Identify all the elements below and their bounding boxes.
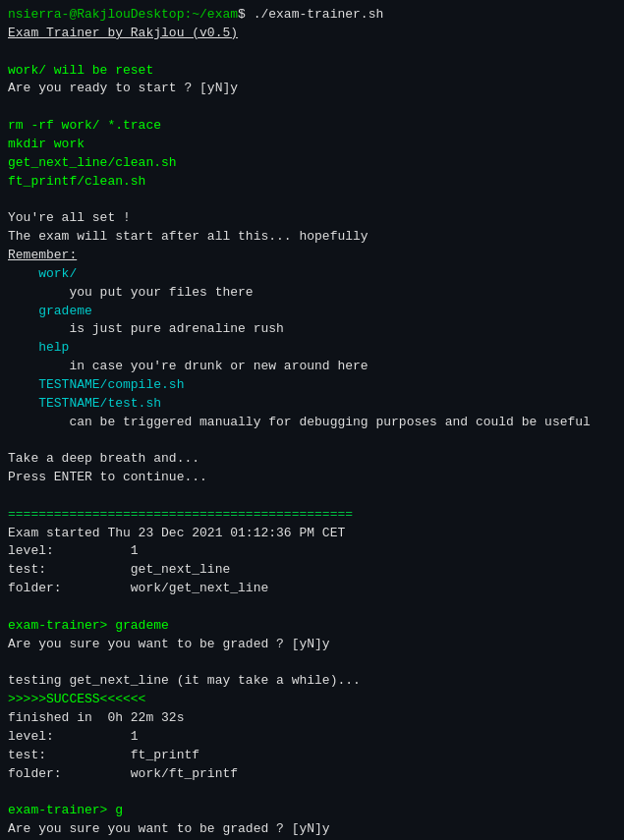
testing1-msg: testing get_next_line (it may take a whi… [8,673,361,688]
line-help-desc: in case you're drunk or new around here [8,358,616,376]
line-grademe-desc: is just pure adrenaline rush [8,320,616,339]
prompt-user-1: nsierra-@RakjlouDesktop:~/exam [8,7,238,22]
folder2-label: folder: work/ft_printf [8,766,238,781]
app-title: Exam Trainer by Rakjlou (v0.5) [8,26,238,40]
prompt-g: exam-trainer> g [8,803,123,817]
line-ready: Are you ready to start ? [yN]y [8,80,616,98]
allset-msg: You're all set ! [8,210,131,225]
grademe-desc: is just pure adrenaline rush [8,321,284,336]
graded1-msg: Are you sure you want to be graded ? [yN… [8,637,330,651]
line-prompt-grademe: exam-trainer> grademe [8,617,616,636]
line-blank-4 [8,431,616,450]
cmd-mkdir: mkdir work [8,137,85,151]
line-remember: Remember: [8,247,616,265]
work-desc: you put your files there [8,285,254,300]
line-1: nsierra-@RakjlouDesktop:~/exam$ ./exam-t… [8,6,616,25]
exam-start-msg: The exam will start after all this... ho… [8,229,369,244]
line-mkdir: mkdir work [8,136,616,154]
success1-msg: >>>>>SUCCESS<<<<<< [8,692,145,706]
line-blank-8 [8,783,616,802]
line-blank-6 [8,598,616,617]
line-graded2: Are you sure you want to be graded ? [yN… [8,820,616,839]
line-level1: level: 1 [8,542,616,561]
exam-started-msg: Exam started Thu 23 Dec 2021 01:12:36 PM… [8,526,345,540]
test1-label: test: get_next_line [8,562,230,577]
grademe-label: grademe [8,304,92,318]
line-finished1: finished in 0h 22m 32s [8,709,616,728]
level2-label: level: 1 [8,729,139,744]
line-folder1: folder: work/get_next_line [8,580,616,598]
line-grademe: grademe [8,303,616,321]
line-work-desc: you put your files there [8,284,616,303]
line-blank-2 [8,98,616,117]
line-help: help [8,339,616,358]
line-clean2: ft_printf/clean.sh [8,173,616,192]
line-testsh: TESTNAME/test.sh [8,395,616,414]
line-testsh-desc: can be triggered manually for debugging … [8,414,616,432]
cmd-clean1: get_next_line/clean.sh [8,155,177,170]
reset-msg: work/ will be reset [8,63,153,78]
line-examstart: The exam will start after all this... ho… [8,228,616,247]
line-test2: test: ft_printf [8,747,616,765]
line-folder2: folder: work/ft_printf [8,765,616,784]
compile-label: TESTNAME/compile.sh [8,377,184,392]
line-started: Exam started Thu 23 Dec 2021 01:12:36 PM… [8,525,616,543]
line-2: Exam Trainer by Rakjlou (v0.5) [8,25,616,43]
line-clean1: get_next_line/clean.sh [8,154,616,173]
line-prompt-g: exam-trainer> g [8,802,616,820]
line-testing1: testing get_next_line (it may take a whi… [8,672,616,691]
line-test1: test: get_next_line [8,561,616,580]
enter-msg: Press ENTER to continue... [8,470,207,484]
line-work: work/ [8,265,616,284]
line-level2: level: 1 [8,728,616,747]
test2-label: test: ft_printf [8,748,199,762]
breath-msg: Take a deep breath and... [8,451,199,466]
folder1-label: folder: work/get_next_line [8,581,268,595]
help-label: help [8,340,69,355]
testsh-desc: can be triggered manually for debugging … [8,415,591,429]
line-allset: You're all set ! [8,209,616,228]
testsh-label: TESTNAME/test.sh [8,396,161,411]
work-label: work/ [8,266,77,281]
line-blank-5 [8,487,616,506]
line-success1: >>>>>SUCCESS<<<<<< [8,691,616,709]
line-enter: Press ENTER to continue... [8,469,616,487]
terminal: nsierra-@RakjlouDesktop:~/exam$ ./exam-t… [8,6,616,840]
line-graded1: Are you sure you want to be graded ? [yN… [8,636,616,654]
line-blank-3 [8,191,616,209]
finished1-msg: finished in 0h 22m 32s [8,710,184,725]
line-breath: Take a deep breath and... [8,450,616,469]
cmd-rm: rm -rf work/ *.trace [8,118,161,133]
line-reset: work/ will be reset [8,62,616,81]
line-compile: TESTNAME/compile.sh [8,376,616,395]
remember-label: Remember: [8,248,77,262]
sep-line: ========================================… [8,507,353,522]
cmd-clean2: ft_printf/clean.sh [8,174,145,189]
line-separator: ========================================… [8,506,616,525]
line-rm: rm -rf work/ *.trace [8,117,616,136]
line-blank-1 [8,43,616,62]
level1-label: level: 1 [8,543,139,558]
graded2-msg: Are you sure you want to be graded ? [yN… [8,821,330,836]
help-desc: in case you're drunk or new around here [8,359,369,373]
ready-msg: Are you ready to start ? [yN]y [8,81,238,95]
prompt-grademe: exam-trainer> grademe [8,618,169,633]
line-blank-7 [8,654,616,673]
prompt-cmd-1: $ ./exam-trainer.sh [238,7,383,22]
